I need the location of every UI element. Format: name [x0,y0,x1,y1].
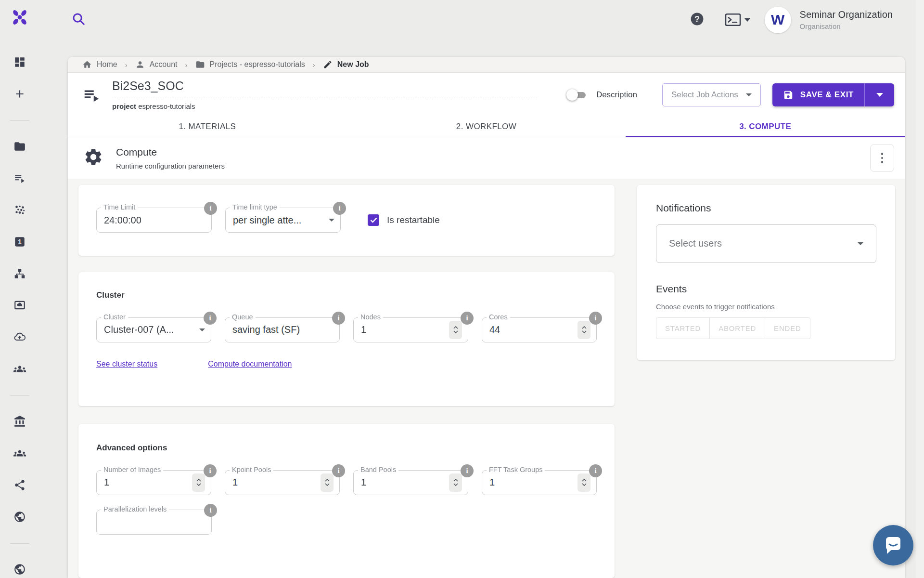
time-limit-field[interactable]: Time Limit i 24:00:00 [96,208,212,233]
info-icon[interactable]: i [589,312,602,325]
scrollbar-track[interactable] [916,0,924,578]
plus-icon[interactable] [13,88,26,100]
breadcrumb-account[interactable]: Account [135,60,178,69]
queue-field[interactable]: Queue i saving fast (SF) [225,317,340,342]
molecule-dots-icon[interactable] [13,204,26,216]
cloud-upload-icon[interactable] [13,331,26,343]
dashboard-icon[interactable] [13,56,26,68]
band-pools-stepper[interactable]: Band Pools i 1 [353,470,468,495]
field-label: Cluster [101,313,128,321]
section-subtitle: Runtime configuration parameters [116,162,225,170]
cluster-panel: Cluster Cluster i Cluster-007 (A... Queu… [78,272,615,406]
event-started-button[interactable]: STARTED [656,317,710,339]
avatar[interactable]: W [765,7,791,33]
info-icon[interactable]: i [461,464,474,477]
breadcrumb-separator: › [313,61,315,69]
breadcrumb-projects[interactable]: Projects - espresso-tutorials [195,60,305,69]
hierarchy-icon[interactable] [13,267,26,280]
chat-bubble-button[interactable] [873,525,913,565]
fft-task-groups-stepper[interactable]: FFT Task Groups i 1 [482,470,597,495]
is-restartable-checkbox[interactable]: Is restartable [368,214,440,226]
tab-compute[interactable]: 3. COMPUTE [626,117,905,137]
save-icon [783,90,794,100]
help-icon[interactable]: ? [690,12,705,28]
info-icon[interactable]: i [589,464,602,477]
folder-icon[interactable] [13,140,26,153]
number-spinner[interactable] [578,473,590,492]
people-group-icon[interactable] [13,363,26,375]
number-spinner[interactable] [449,473,462,492]
chevron-down-icon [199,328,205,331]
checkbox-checked-icon [368,214,379,226]
chevron-down-icon [858,242,863,245]
globe-partial-icon[interactable] [13,563,26,576]
cluster-select[interactable]: Cluster i Cluster-007 (A... [96,317,211,342]
number-spinner[interactable] [321,473,334,492]
info-icon[interactable]: i [332,464,345,477]
cluster-status-link[interactable]: See cluster status [96,360,157,368]
field-label: Nodes [358,313,383,321]
search-icon[interactable] [71,12,86,28]
number-spinner[interactable] [192,473,205,492]
share-icon[interactable] [13,479,26,491]
number-spinner[interactable] [578,321,590,339]
tab-workflow[interactable]: 2. WORKFLOW [347,117,626,137]
save-exit-split-button: SAVE & EXIT [772,83,894,106]
organization-type: Organisation [800,22,893,30]
field-value: 1 [489,477,578,488]
info-icon[interactable]: i [204,202,217,215]
save-exit-label: SAVE & EXIT [800,90,854,100]
globe-icon[interactable] [13,511,26,523]
compute-docs-link[interactable]: Compute documentation [208,360,292,368]
description-toggle[interactable] [566,89,588,101]
notifications-panel: Notifications Select users Events Choose… [637,185,895,360]
nodes-stepper[interactable]: Nodes i 1 [353,317,468,342]
job-actions-dropdown[interactable]: Select Job Actions [662,83,761,106]
breadcrumb-separator: › [185,61,188,69]
breadcrumb: Home › Account › Projects - espresso-tut… [68,57,905,73]
job-header: Bi2Se3_SOC project espresso-tutorials De… [68,73,905,117]
person-icon [135,60,145,69]
team-icon[interactable] [13,447,26,460]
bank-icon[interactable] [13,415,26,428]
field-label: Parallelization levels [101,505,169,513]
compute-body: Time Limit i 24:00:00 Time limit type i … [68,179,905,578]
event-aborted-button[interactable]: ABORTED [710,317,765,339]
cores-stepper[interactable]: Cores i 44 [482,317,597,342]
select-users-dropdown[interactable]: Select users [656,224,876,263]
kebab-menu-button[interactable] [870,144,894,172]
image-cloud-icon[interactable] [13,299,26,312]
kpoint-pools-stepper[interactable]: Kpoint Pools i 1 [225,470,340,495]
project-line: project espresso-tutorials [112,102,537,110]
terminal-icon[interactable] [725,13,750,26]
info-icon[interactable]: i [333,202,346,215]
terminal-caret-icon [744,18,750,22]
info-icon[interactable]: i [204,504,217,517]
field-value: 1 [361,324,449,335]
breadcrumb-label: Home [97,60,117,69]
event-ended-button[interactable]: ENDED [765,317,810,339]
number-spinner[interactable] [449,321,462,339]
field-value: 44 [489,324,578,335]
chevron-down-icon [746,93,752,96]
playlist-play-icon[interactable] [13,172,26,184]
save-options-button[interactable] [864,83,894,106]
job-name-input[interactable]: Bi2Se3_SOC [112,79,537,97]
info-icon[interactable]: i [461,312,474,325]
job-title-block: Bi2Se3_SOC project espresso-tutorials [82,79,537,110]
number-of-images-stepper[interactable]: Number of Images i 1 [96,470,211,495]
app-logo-icon[interactable] [11,9,28,28]
tab-materials[interactable]: 1. MATERIALS [68,117,347,137]
organization-switcher[interactable]: Seminar Organization Organisation [800,9,893,30]
chevron-down-icon [329,219,334,222]
breadcrumb-home[interactable]: Home [82,60,117,69]
parallelization-levels-field[interactable]: Parallelization levels i [96,510,212,535]
one-square-icon[interactable]: 1 [13,236,26,248]
time-limit-type-select[interactable]: Time limit type i per single atte... [225,208,341,233]
info-icon[interactable]: i [332,312,345,325]
sidebar-divider [10,120,29,121]
save-exit-button[interactable]: SAVE & EXIT [772,83,864,106]
info-icon[interactable]: i [204,312,217,325]
info-icon[interactable]: i [204,464,217,477]
sidebar-menu: 1 [10,56,29,578]
